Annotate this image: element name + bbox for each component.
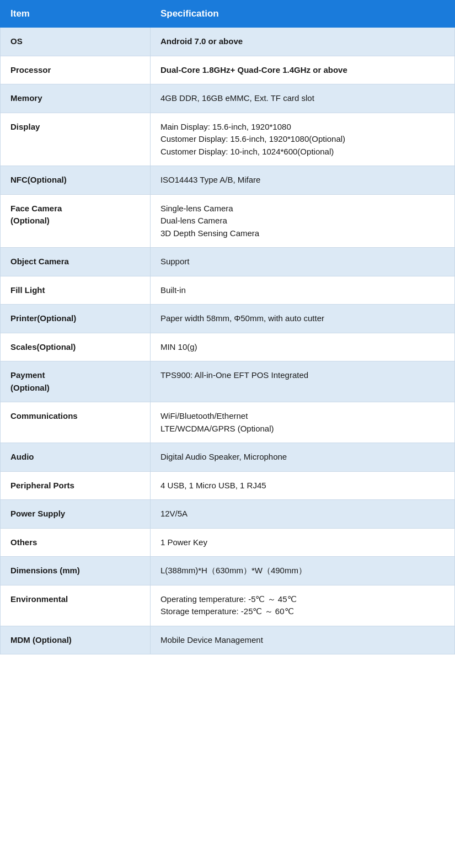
table-row: NFC(Optional)ISO14443 Type A/B, Mifare: [1, 166, 455, 195]
item-cell: Printer(Optional): [1, 305, 151, 333]
table-row: DisplayMain Display: 15.6-inch, 1920*108…: [1, 113, 455, 166]
table-row: MDM (Optional)Mobile Device Management: [1, 626, 455, 654]
spec-cell: WiFi/Bluetooth/EthernetLTE/WCDMA/GPRS (O…: [150, 402, 454, 443]
table-row: ProcessorDual-Core 1.8GHz+ Quad-Core 1.4…: [1, 56, 455, 84]
item-cell: OS: [1, 28, 151, 56]
spec-cell: 4 USB, 1 Micro USB, 1 RJ45: [150, 471, 454, 500]
spec-cell: Mobile Device Management: [150, 626, 454, 654]
item-cell: Processor: [1, 56, 151, 84]
item-cell: Fill Light: [1, 276, 151, 305]
item-cell: Memory: [1, 84, 151, 113]
spec-cell: Support: [150, 248, 454, 276]
table-row: CommunicationsWiFi/Bluetooth/EthernetLTE…: [1, 402, 455, 443]
header-item: Item: [1, 1, 151, 28]
spec-cell: TPS900: All-in-One EFT POS Integrated: [150, 361, 454, 402]
header-specification: Specification: [150, 1, 454, 28]
item-cell: Others: [1, 528, 151, 557]
spec-cell: Android 7.0 or above: [150, 28, 454, 56]
table-row: Object CameraSupport: [1, 248, 455, 276]
spec-cell: Operating temperature: -5℃ ～ 45℃Storage …: [150, 585, 454, 626]
item-cell: NFC(Optional): [1, 166, 151, 195]
table-row: Dimensions (mm)L(388mm)*H（630mm）*W（490mm…: [1, 557, 455, 585]
spec-cell: 1 Power Key: [150, 528, 454, 557]
table-row: Scales(Optional)MIN 10(g): [1, 333, 455, 361]
table-row: Fill LightBuilt-in: [1, 276, 455, 305]
spec-cell: Built-in: [150, 276, 454, 305]
item-cell: Face Camera(Optional): [1, 194, 151, 248]
spec-cell: MIN 10(g): [150, 333, 454, 361]
spec-cell: Dual-Core 1.8GHz+ Quad-Core 1.4GHz or ab…: [150, 56, 454, 84]
item-cell: Object Camera: [1, 248, 151, 276]
table-row: AudioDigital Audio Speaker, Microphone: [1, 443, 455, 472]
item-cell: Dimensions (mm): [1, 557, 151, 585]
table-row: Memory4GB DDR, 16GB eMMC, Ext. TF card s…: [1, 84, 455, 113]
table-row: Peripheral Ports4 USB, 1 Micro USB, 1 RJ…: [1, 471, 455, 500]
item-cell: Environmental: [1, 585, 151, 626]
table-row: Printer(Optional)Paper width 58mm, Φ50mm…: [1, 305, 455, 333]
table-row: Others1 Power Key: [1, 528, 455, 557]
item-cell: Payment(Optional): [1, 361, 151, 402]
spec-cell: Digital Audio Speaker, Microphone: [150, 443, 454, 472]
table-row: OSAndroid 7.0 or above: [1, 28, 455, 56]
table-row: Payment(Optional)TPS900: All-in-One EFT …: [1, 361, 455, 402]
item-cell: Display: [1, 113, 151, 166]
item-cell: Audio: [1, 443, 151, 472]
item-cell: Peripheral Ports: [1, 471, 151, 500]
spec-cell: Single-lens CameraDual-lens Camera3D Dep…: [150, 194, 454, 248]
table-row: Face Camera(Optional)Single-lens CameraD…: [1, 194, 455, 248]
item-cell: Communications: [1, 402, 151, 443]
spec-cell: 4GB DDR, 16GB eMMC, Ext. TF card slot: [150, 84, 454, 113]
item-cell: Power Supply: [1, 500, 151, 529]
item-cell: Scales(Optional): [1, 333, 151, 361]
table-row: EnvironmentalOperating temperature: -5℃ …: [1, 585, 455, 626]
spec-cell: 12V/5A: [150, 500, 454, 529]
table-row: Power Supply12V/5A: [1, 500, 455, 529]
spec-cell: L(388mm)*H（630mm）*W（490mm）: [150, 557, 454, 585]
spec-cell: Paper width 58mm, Φ50mm, with auto cutte…: [150, 305, 454, 333]
spec-cell: ISO14443 Type A/B, Mifare: [150, 166, 454, 195]
spec-cell: Main Display: 15.6-inch, 1920*1080Custom…: [150, 113, 454, 166]
item-cell: MDM (Optional): [1, 626, 151, 654]
